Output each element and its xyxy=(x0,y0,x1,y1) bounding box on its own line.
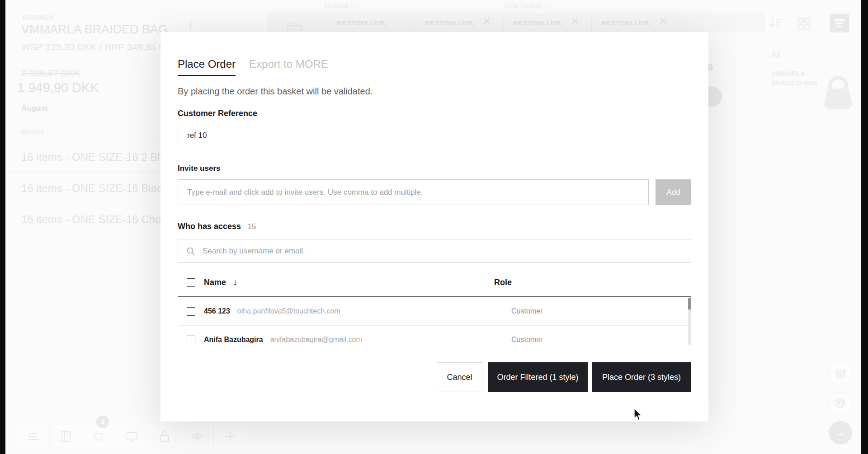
modal-tabs: Place Order Export to MORE xyxy=(178,58,328,76)
who-has-access-count: 15 xyxy=(248,222,256,231)
menu-icon xyxy=(17,425,50,447)
tab-export-to-more[interactable]: Export to MORE xyxy=(249,58,328,70)
product-title: VMMARLA BRAIDED BAG xyxy=(21,23,168,37)
close-icon: ✕ xyxy=(483,15,491,27)
basket-total: 1.949,90 DKK xyxy=(17,80,99,95)
user-name: Anifa Bazubagira xyxy=(204,336,263,344)
menu-line xyxy=(836,23,843,24)
lock-icon xyxy=(148,425,181,447)
box-item: 16 items - ONE SIZE-16 Black xyxy=(21,182,160,195)
app-screen: 10350639 VMMARLA BRAIDED BAG WSP 125,20 … xyxy=(0,0,868,454)
modal-description: By placing the order this basket will be… xyxy=(178,86,373,97)
basket-total-before-discount: 2.096,67 DKK xyxy=(21,68,80,79)
right-edge-strip xyxy=(861,0,868,454)
user-role: Customer xyxy=(511,336,542,344)
user-name: 456 123 xyxy=(204,307,230,315)
invite-users-label: Invite users xyxy=(178,164,221,173)
product-card-title: VMMARLA BRAIDED BAG xyxy=(771,69,818,88)
divider xyxy=(5,172,160,173)
close-icon: ✕ xyxy=(571,15,579,27)
invite-email-input[interactable] xyxy=(178,179,649,205)
product-style-number: 10350639 xyxy=(21,14,53,21)
who-has-access-label: Who has access xyxy=(178,222,241,231)
boxes-section-label: Boxes xyxy=(21,127,44,136)
add-user-button[interactable]: Add xyxy=(656,179,691,205)
row-checkbox[interactable] xyxy=(187,336,195,344)
next-fab: → xyxy=(829,421,852,445)
delivery-month-label: August xyxy=(21,104,48,113)
palette-fab xyxy=(829,392,852,415)
user-email: anifabazubagira@gmail.com xyxy=(270,336,362,344)
bestseller-tag: BESTSELLER, xyxy=(425,19,475,27)
column-header-new-group: New Group⤢ xyxy=(503,1,549,10)
favorites-count-badge: 3 xyxy=(96,416,109,428)
role-column-header: Role xyxy=(494,278,512,287)
filters-fab xyxy=(829,362,852,386)
divider xyxy=(761,58,761,374)
select-all-checkbox[interactable] xyxy=(187,278,195,287)
list-view-button xyxy=(830,14,849,33)
menu-line xyxy=(837,26,842,27)
bottom-toolbar xyxy=(17,425,246,447)
table-row[interactable]: Anifa Bazubagira anifabazubagira@gmail.c… xyxy=(178,326,691,354)
search-input[interactable] xyxy=(202,246,691,256)
divider xyxy=(5,141,160,141)
box-item: 16 items - ONE SIZE-16 Chocolate Tor xyxy=(21,213,160,226)
notebook-icon xyxy=(50,425,83,447)
row-checkbox[interactable] xyxy=(187,307,195,316)
customer-reference-input[interactable] xyxy=(178,124,691,147)
sort-descending-icon[interactable]: ↓ xyxy=(233,277,237,287)
bestseller-tag: BESTSELLER, xyxy=(601,19,651,27)
screen-icon xyxy=(115,425,148,447)
access-search xyxy=(178,239,691,263)
tab-place-order[interactable]: Place Order xyxy=(178,58,236,76)
user-role: Customer xyxy=(511,307,542,315)
place-order-button[interactable]: Place Order (3 styles) xyxy=(592,362,691,392)
divider xyxy=(503,13,504,33)
heart-icon xyxy=(82,425,115,447)
bestseller-tag: BESTSELLER, xyxy=(513,19,563,27)
product-price-line: WSP 125,20 DKK / RRP 349,95 DKK / M xyxy=(21,42,160,52)
sliders-icon xyxy=(834,368,847,380)
bag-body xyxy=(824,89,853,109)
info-icon: i xyxy=(189,19,192,31)
divider xyxy=(5,204,160,204)
divider xyxy=(591,13,592,33)
divider xyxy=(415,13,415,33)
bestseller-tag: BESTSELLER, xyxy=(337,19,387,27)
column-header-default: Default⤢ xyxy=(324,1,355,10)
sort-icon xyxy=(769,16,784,30)
plus-icon xyxy=(214,425,246,447)
close-icon: ✕ xyxy=(659,15,667,27)
expand-icon: ⤢ xyxy=(545,3,549,9)
table-scrollbar[interactable] xyxy=(688,298,691,345)
customer-reference-label: Customer Reference xyxy=(178,109,257,118)
order-filtered-button[interactable]: Order Filtered (1 style) xyxy=(488,362,588,392)
eye-icon xyxy=(181,425,214,447)
search-icon xyxy=(186,247,195,256)
scrollbar-thumb[interactable] xyxy=(688,298,691,309)
palette-icon xyxy=(834,397,847,410)
grid-view-icon xyxy=(797,17,811,31)
place-order-modal: Place Order Export to MORE By placing th… xyxy=(160,32,708,421)
cancel-button[interactable]: Cancel xyxy=(437,362,482,392)
filter-all-label: All xyxy=(771,51,780,60)
bag-image xyxy=(824,76,853,109)
expand-icon: ⤢ xyxy=(351,3,356,9)
user-email: olha.panfilova5@touchtech.com xyxy=(237,307,340,315)
left-edge-strip xyxy=(0,0,5,454)
table-row[interactable]: 456 123 olha.panfilova5@touchtech.com Cu… xyxy=(178,297,691,326)
menu-line xyxy=(834,19,845,21)
box-item: 16 items - ONE SIZE-16 2 Black-Choc xyxy=(21,151,160,164)
name-column-header[interactable]: Name xyxy=(204,278,226,287)
arrow-right-icon: → xyxy=(835,427,845,439)
